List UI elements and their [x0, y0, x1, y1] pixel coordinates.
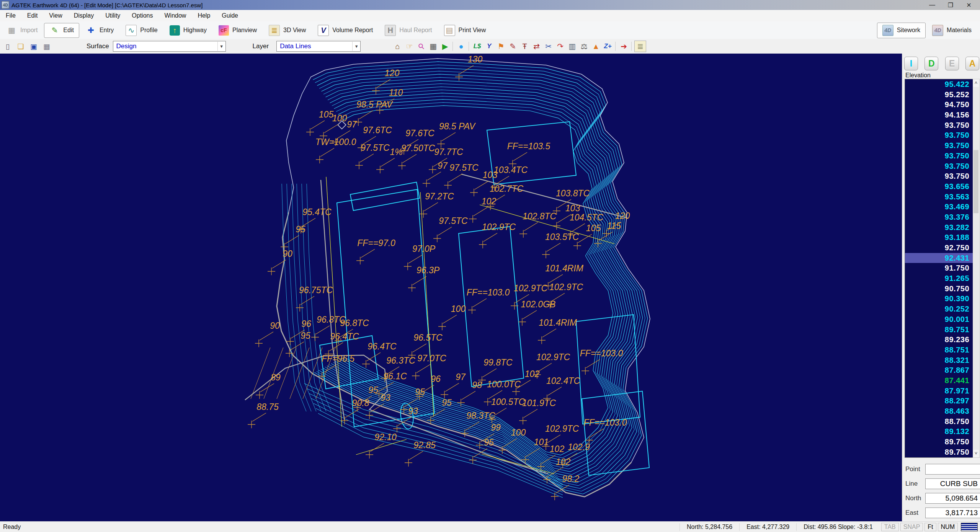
elevation-row[interactable]: 93.750 [905, 171, 973, 181]
mode-button-d[interactable]: D [924, 57, 938, 70]
grade-flag-icon[interactable]: ⚑ [495, 41, 506, 52]
toolbar-button-sitework[interactable]: 4DSitework [877, 23, 926, 38]
status-toggle-num[interactable]: NUM [938, 523, 958, 531]
elevation-row[interactable]: 93.750 [905, 130, 973, 140]
menu-item-guide[interactable]: Guide [216, 11, 244, 21]
menu-item-help[interactable]: Help [192, 11, 216, 21]
elevation-row[interactable]: 90.390 [905, 294, 973, 304]
run-icon[interactable]: ▶ [439, 41, 451, 52]
elevation-row[interactable]: 91.265 [905, 273, 973, 284]
scroll-down-icon[interactable]: ˅ [973, 450, 979, 457]
plan-view-canvas[interactable]: 13012011098.5 PAV1051009797.6TC97.6TC98.… [0, 54, 902, 521]
elevation-row[interactable]: 90.252 [905, 304, 973, 314]
elevation-row[interactable]: 88.321 [905, 355, 973, 366]
elevation-row[interactable]: 94.750 [905, 100, 973, 110]
toolbar-button-import[interactable]: ▦Import [1, 23, 43, 38]
elevation-row[interactable]: 89.750 [905, 447, 973, 457]
open-file-icon[interactable]: ❏ [15, 41, 26, 51]
trench-icon[interactable]: Ŧ [519, 41, 530, 52]
point-field[interactable] [925, 464, 980, 475]
toolbar-button-edit[interactable]: ✎Edit [44, 23, 79, 38]
toolbar-button-volume-report[interactable]: VVolume Report [312, 23, 378, 38]
elevation-row[interactable]: 95.422 [905, 79, 973, 90]
cone-icon[interactable]: ▲ [590, 41, 601, 52]
menu-item-edit[interactable]: Edit [21, 11, 44, 21]
mode-button-e[interactable]: E [945, 57, 959, 70]
balance-icon[interactable]: ⚖ [578, 41, 590, 52]
elevation-row[interactable]: 93.469 [905, 202, 973, 212]
elevation-row[interactable]: 88.751 [905, 345, 973, 355]
menu-item-file[interactable]: File [0, 11, 21, 21]
status-toggle-snap[interactable]: SNAP [900, 523, 923, 531]
elevation-row[interactable]: 90.750 [905, 284, 973, 294]
elevation-row[interactable]: 93.188 [905, 232, 973, 243]
toolbar-button-haul-report[interactable]: HHaul Report [379, 23, 437, 38]
toolbar-button-profile[interactable]: ∿Profile [120, 23, 163, 38]
toolbar-button-3d-view[interactable]: ≣3D View [263, 23, 311, 38]
home-icon[interactable]: ⌂ [392, 41, 403, 52]
elevation-row[interactable]: 90.001 [905, 314, 973, 325]
mode-button-a[interactable]: A [965, 57, 979, 70]
close-button[interactable]: ✕ [965, 2, 973, 9]
elevation-row[interactable]: 89.132 [905, 426, 973, 437]
toolbar-button-planview[interactable]: cFPlanview [213, 23, 262, 38]
elevation-row[interactable]: 88.463 [905, 406, 973, 416]
elevation-row[interactable]: 92.431 [905, 253, 973, 263]
menu-item-utility[interactable]: Utility [100, 11, 126, 21]
elevation-row[interactable]: 93.563 [905, 192, 973, 202]
elevation-row[interactable]: 93.750 [905, 120, 973, 131]
layer-dropdown[interactable]: Data Lines ▼ [276, 41, 361, 52]
elevation-row[interactable]: 87.971 [905, 386, 973, 396]
save-file-icon[interactable]: ▣ [28, 41, 39, 51]
status-toggle-tab[interactable]: TAB [881, 523, 899, 531]
water-drop-icon[interactable]: ● [456, 41, 467, 52]
elevation-row[interactable]: 89.751 [905, 325, 973, 335]
report-doc-icon[interactable]: ≣ [634, 41, 646, 52]
surface-dropdown[interactable]: Design ▼ [113, 41, 226, 52]
north-field[interactable]: 5,098.654 [925, 493, 980, 504]
exc-dec-icon[interactable]: ▦ [428, 41, 439, 52]
curve-icon[interactable]: ↷ [555, 41, 566, 52]
toolbar-button-print-view[interactable]: ▤Print View [439, 23, 492, 38]
chevron-down-icon[interactable]: ▼ [217, 42, 225, 51]
cost-lines-icon[interactable]: L$ [472, 41, 483, 52]
elevation-row[interactable]: 93.750 [905, 140, 973, 151]
new-file-icon[interactable]: ▯ [2, 41, 13, 51]
scroll-up-icon[interactable]: ˄ [973, 79, 979, 87]
layers-icon[interactable]: ▥ [567, 41, 578, 52]
wye-icon[interactable]: Y [483, 41, 495, 52]
export-page-icon[interactable]: ➔ [618, 41, 629, 52]
elevation-row[interactable]: 87.867 [905, 365, 973, 375]
elevation-row[interactable]: 95.252 [905, 90, 973, 100]
toolbar-button-entry[interactable]: ✚Entry [80, 23, 119, 38]
menu-item-window[interactable]: Window [158, 11, 192, 21]
minimize-button[interactable]: — [928, 2, 936, 9]
elevation-row[interactable]: 88.297 [905, 396, 973, 406]
elevation-row[interactable]: 91.750 [905, 263, 973, 273]
print-icon[interactable]: ▦ [41, 41, 52, 51]
toolbar-button-highway[interactable]: ↑Highway [164, 23, 212, 38]
elevation-row[interactable]: 93.750 [905, 151, 973, 161]
menu-item-view[interactable]: View [43, 11, 68, 21]
menu-item-display[interactable]: Display [68, 11, 100, 21]
elevation-list[interactable]: 95.42295.25294.75094.15693.75093.75093.7… [905, 79, 973, 458]
east-field[interactable]: 3,817.713 [925, 508, 980, 518]
line-field[interactable]: CURB SUB [925, 478, 980, 489]
elevation-row[interactable]: 93.282 [905, 222, 973, 233]
toolbar-button-materials[interactable]: 4DMaterials [927, 23, 977, 38]
chevron-down-icon[interactable]: ▼ [352, 42, 360, 51]
elevation-row[interactable]: 87.441 [905, 375, 973, 386]
elevation-scrollbar[interactable]: ˄ ˅ [973, 79, 980, 458]
elevation-row[interactable]: 93.376 [905, 212, 973, 222]
z-plus-icon[interactable]: Z+ [602, 41, 613, 52]
sketch-pencil-icon[interactable]: ✎ [507, 41, 518, 52]
elevation-row[interactable]: 88.750 [905, 416, 973, 427]
elevation-row[interactable]: 89.750 [905, 437, 973, 447]
mode-button-i[interactable]: I [904, 57, 918, 70]
elevation-row[interactable]: 93.750 [905, 161, 973, 171]
trim-scissors-icon[interactable]: ✂ [543, 41, 554, 52]
zoom-region-icon[interactable]: ⚲ [413, 39, 429, 54]
restore-button[interactable]: ❐ [946, 2, 955, 9]
scrollbar-thumb[interactable] [973, 150, 978, 213]
reverse-arrows-icon[interactable]: ⇄ [531, 41, 542, 52]
